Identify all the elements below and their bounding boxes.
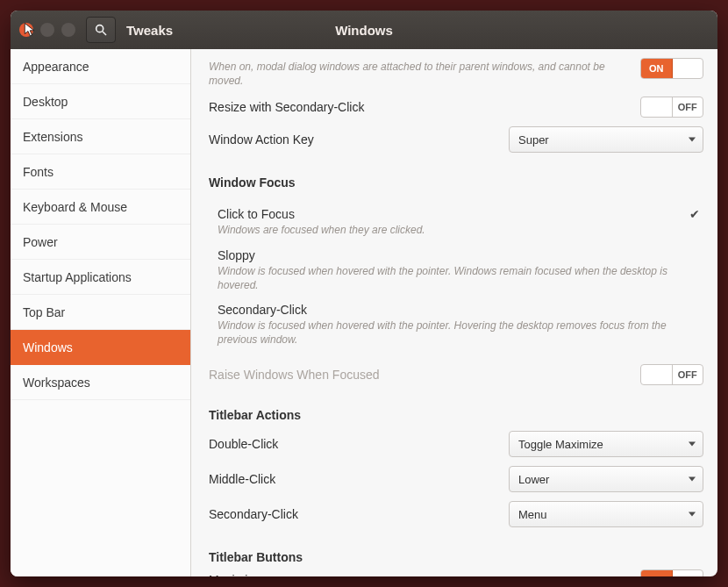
focus-option-desc: Window is focused when hovered with the … [218, 319, 703, 347]
sidebar-item-label: Fonts [23, 165, 54, 179]
search-button[interactable] [86, 17, 116, 43]
sidebar-item-label: Appearance [23, 60, 89, 74]
app-title: Tweaks [126, 23, 173, 38]
titlebar-action-combo[interactable]: Menu [509, 501, 703, 527]
sidebar-item-label: Windows [23, 340, 73, 354]
body: AppearanceDesktopExtensionsFontsKeyboard… [11, 49, 717, 576]
toggle-off-label: OFF [672, 365, 703, 384]
titlebar-action-label: Middle-Click [209, 472, 275, 486]
titlebar-action-label: Double-Click [209, 437, 278, 451]
sidebar-item-workspaces[interactable]: Workspaces [11, 365, 190, 400]
toggle-on-label: ON [641, 59, 673, 78]
sidebar-item-desktop[interactable]: Desktop [11, 84, 190, 119]
chevron-down-icon [689, 477, 696, 482]
titlebar-action-label: Secondary-Click [209, 507, 298, 521]
attach-modal-subtext: When on, modal dialog windows are attach… [209, 60, 640, 88]
raise-on-focus-label: Raise Windows When Focused [209, 368, 380, 382]
titlebar-action-combo[interactable]: Toggle Maximize [509, 431, 703, 457]
sidebar-item-label: Workspaces [23, 376, 90, 390]
sidebar: AppearanceDesktopExtensionsFontsKeyboard… [11, 49, 191, 576]
focus-option-desc: Window is focused when hovered with the … [218, 264, 703, 292]
sidebar-item-label: Power [23, 235, 58, 249]
sidebar-item-windows[interactable]: Windows [11, 330, 190, 365]
window-action-key-combo[interactable]: Super [509, 126, 703, 153]
resize-secondary-toggle[interactable]: ON OFF [640, 97, 703, 118]
chevron-down-icon [689, 442, 696, 447]
focus-option-title: Sloppy [218, 248, 703, 262]
app-window: Tweaks Windows AppearanceDesktopExtensio… [11, 11, 717, 576]
focus-option-title: Click to Focus [218, 207, 703, 221]
focus-option-desc: Windows are focused when they are clicke… [218, 223, 703, 237]
svg-line-1 [103, 32, 106, 35]
sidebar-item-startup-applications[interactable]: Startup Applications [11, 260, 190, 295]
combo-value: Toggle Maximize [518, 438, 603, 451]
toggle-off-label: OFF [673, 570, 703, 576]
chevron-down-icon [689, 138, 696, 142]
chevron-down-icon [689, 512, 696, 517]
toggle-off-label: OFF [673, 59, 703, 78]
toggle-on-label: ON [641, 570, 673, 576]
maximize-button-label: Maximize [209, 573, 261, 576]
main-panel: When on, modal dialog windows are attach… [191, 49, 717, 576]
close-icon[interactable] [19, 23, 33, 37]
sidebar-item-label: Startup Applications [23, 270, 132, 284]
search-icon [94, 23, 108, 37]
sidebar-item-label: Desktop [23, 95, 68, 109]
sidebar-item-label: Keyboard & Mouse [23, 200, 127, 214]
resize-secondary-label: Resize with Secondary-Click [209, 100, 364, 114]
combo-value: Menu [518, 508, 547, 521]
focus-option[interactable]: Secondary-ClickWindow is focused when ho… [209, 297, 703, 352]
titlebar: Tweaks Windows [11, 11, 717, 49]
window-action-key-label: Window Action Key [209, 132, 314, 147]
window-controls [11, 23, 75, 37]
titlebar-buttons-heading: Titlebar Buttons [209, 550, 703, 564]
sidebar-item-extensions[interactable]: Extensions [11, 119, 190, 154]
svg-point-0 [96, 25, 103, 32]
window-focus-heading: Window Focus [209, 175, 703, 190]
titlebar-action-combo[interactable]: Lower [509, 466, 703, 492]
maximize-button-toggle[interactable]: ON OFF [640, 569, 703, 576]
toggle-off-label: OFF [672, 97, 703, 117]
sidebar-item-power[interactable]: Power [11, 225, 190, 260]
combo-value: Super [518, 133, 549, 147]
focus-option[interactable]: SloppyWindow is focused when hovered wit… [209, 243, 703, 297]
sidebar-item-label: Extensions [23, 130, 82, 144]
focus-option-title: Secondary-Click [218, 303, 703, 317]
sidebar-item-label: Top Bar [23, 305, 65, 319]
focus-option[interactable]: Click to FocusWindows are focused when t… [209, 202, 703, 242]
check-icon: ✔ [689, 207, 700, 221]
combo-value: Lower [518, 473, 549, 486]
toggle-on-label: ON [641, 365, 672, 384]
toggle-on-label: ON [641, 97, 672, 117]
attach-modal-toggle[interactable]: ON OFF [640, 58, 703, 79]
maximize-icon[interactable] [61, 23, 75, 37]
sidebar-item-fonts[interactable]: Fonts [11, 154, 190, 190]
sidebar-item-appearance[interactable]: Appearance [11, 49, 190, 84]
raise-on-focus-toggle[interactable]: ON OFF [640, 364, 703, 385]
panel-title: Windows [335, 23, 393, 38]
titlebar-actions-heading: Titlebar Actions [209, 408, 703, 422]
sidebar-item-keyboard-mouse[interactable]: Keyboard & Mouse [11, 190, 190, 225]
sidebar-item-top-bar[interactable]: Top Bar [11, 295, 190, 330]
minimize-icon[interactable] [40, 23, 54, 37]
